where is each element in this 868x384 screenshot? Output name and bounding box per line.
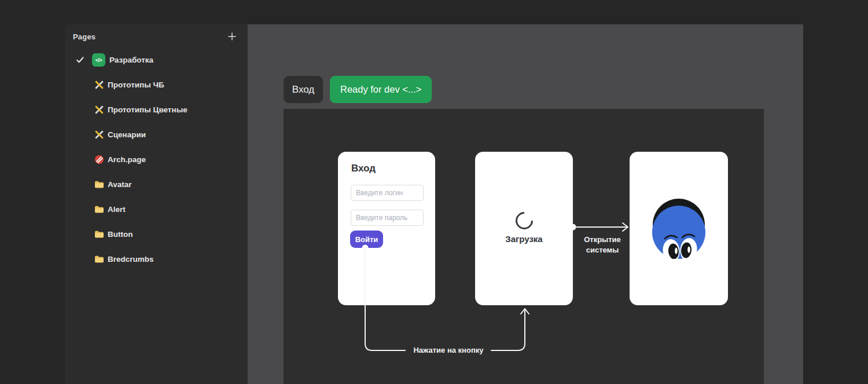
page-label: Прототипы ЧБ	[108, 81, 164, 89]
sidebar-item-prototypes-color[interactable]: Прототипы Цветные	[65, 97, 248, 122]
page-label: Сценарии	[108, 130, 146, 139]
sidebar-item-avatar[interactable]: Avatar	[65, 172, 248, 197]
plus-icon	[227, 32, 237, 41]
page-label: Разработка	[109, 56, 153, 64]
ready-for-dev-label: Ready for dev <...>	[340, 84, 421, 95]
password-input[interactable]	[351, 210, 424, 226]
sidebar-item-bredcrumbs[interactable]: Bredcrumbs	[65, 247, 248, 272]
page-label: Прототипы Цветные	[108, 105, 187, 114]
tools-icon	[94, 80, 104, 90]
folder-icon	[94, 204, 104, 214]
tools-icon	[94, 130, 104, 140]
login-input[interactable]	[351, 185, 424, 201]
tools-icon	[94, 105, 104, 115]
frame-name-label: Вход	[292, 84, 314, 96]
page-list: </> Разработка Прототипы ЧБ Прототипы Цв…	[65, 47, 248, 272]
folder-icon	[94, 229, 104, 239]
loading-frame[interactable]: Загрузка	[475, 152, 573, 305]
sidebar-item-alert[interactable]: Alert	[65, 197, 248, 222]
sidebar-item-scenarios[interactable]: Сценарии	[65, 122, 248, 147]
connector-label-open-system: Открытие системы	[572, 235, 632, 255]
sidebar-item-button[interactable]: Button	[65, 222, 248, 247]
page-label: Alert	[108, 205, 126, 214]
prohibited-icon	[94, 155, 104, 164]
page-label: Button	[108, 230, 133, 239]
system-frame[interactable]	[630, 152, 728, 305]
sidebar-item-razrabotka[interactable]: </> Разработка	[65, 47, 248, 72]
code-badge-icon: </>	[92, 53, 105, 67]
page-label: Avatar	[108, 180, 132, 189]
login-submit-button[interactable]: Войти	[350, 231, 383, 248]
login-title: Вход	[351, 163, 376, 174]
add-page-button[interactable]	[227, 31, 237, 42]
selected-check-icon	[76, 56, 92, 64]
design-canvas[interactable]: Вход Ready for dev <...> Вход Войти Загр…	[248, 24, 803, 384]
pages-title: Pages	[73, 32, 95, 41]
ready-for-dev-badge[interactable]: Ready for dev <...>	[330, 76, 432, 103]
folder-icon	[94, 254, 104, 264]
blue-face-icon	[649, 199, 709, 259]
pages-header: Pages	[65, 27, 248, 46]
pages-panel: Pages </> Разработка Прототипы ЧБ	[65, 24, 248, 384]
frame-name-chip[interactable]: Вход	[284, 76, 323, 103]
sidebar-item-prototypes-bw[interactable]: Прототипы ЧБ	[65, 72, 248, 97]
loading-label: Загрузка	[475, 234, 573, 244]
sidebar-item-arch-page[interactable]: Arch.page	[65, 147, 248, 172]
page-label: Arch.page	[108, 155, 146, 164]
page-label: Bredcrumbs	[108, 255, 154, 264]
connector-label-button-press: Нажатие на кнопку	[408, 345, 489, 356]
loading-spinner-icon	[512, 209, 536, 233]
login-frame[interactable]: Вход Войти	[338, 152, 435, 305]
folder-icon	[94, 180, 104, 189]
